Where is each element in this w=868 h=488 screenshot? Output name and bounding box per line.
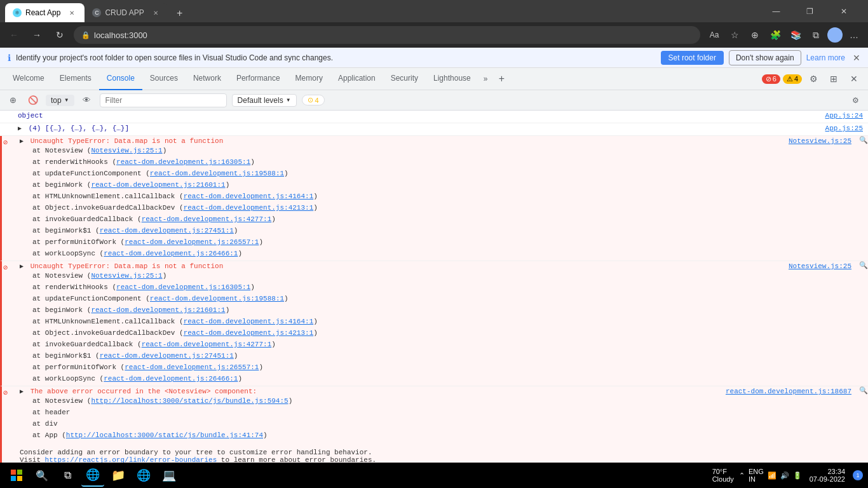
tab-performance[interactable]: Performance xyxy=(229,68,288,90)
trace-link[interactable]: react-dom.development.js:21601:1 xyxy=(91,181,225,189)
source-link[interactable]: App.js:24 xyxy=(820,111,868,121)
profile-avatar[interactable] xyxy=(827,27,843,43)
notification-button[interactable]: 1 xyxy=(853,470,863,480)
extensions-button[interactable]: 🧩 xyxy=(766,26,784,44)
warn-count-badge[interactable]: ⚠ 4 xyxy=(783,74,802,84)
address-bar[interactable]: 🔒 localhost:3000 xyxy=(74,26,700,44)
error-advice: Consider adding an error boundary to you… xyxy=(20,449,376,463)
console-clear-button[interactable]: 🚫 xyxy=(25,93,41,108)
taskbar-task-view[interactable]: ⧉ xyxy=(56,464,79,487)
trace-link[interactable]: react-dom.development.js:4277:1 xyxy=(142,215,272,223)
favorites-button[interactable]: ☆ xyxy=(726,26,743,44)
tab-memory[interactable]: Memory xyxy=(288,68,330,90)
trace-link[interactable]: react-dom.development.js:27451:1 xyxy=(100,227,234,234)
source-link[interactable]: Notesview.js:25 xyxy=(783,136,857,146)
trace-link[interactable]: react-dom.development.js:16305:1 xyxy=(116,158,250,166)
trace-link[interactable]: react-dom.development.js:4164:1 xyxy=(184,318,314,325)
error-doc-link[interactable]: https://reactjs.org/link/error-boundarie… xyxy=(45,456,217,463)
issues-badge[interactable]: ⊙ 4 xyxy=(302,95,325,105)
start-button[interactable] xyxy=(5,464,28,487)
expand-icon[interactable]: ▶ xyxy=(20,137,24,145)
taskbar-edge-icon[interactable]: 🌐 xyxy=(81,464,104,487)
trace-link[interactable]: react-dom.development.js:26557:1 xyxy=(125,238,259,246)
tab-crud-app[interactable]: C CRUD APP ✕ xyxy=(85,3,168,22)
new-tab-button[interactable]: + xyxy=(171,4,189,22)
trace-link[interactable]: Notesview.js:25:1 xyxy=(91,147,162,154)
trace-link[interactable]: react-dom.development.js:4277:1 xyxy=(142,341,272,348)
context-selector[interactable]: top ▼ xyxy=(46,95,74,106)
tab-console[interactable]: Console xyxy=(99,68,142,90)
taskbar-search-button[interactable]: 🔍 xyxy=(31,464,53,487)
expand-icon[interactable]: ▶ xyxy=(20,388,24,395)
devtools-close-button[interactable]: ✕ xyxy=(845,70,863,88)
tab-application[interactable]: Application xyxy=(330,68,383,90)
tab-close-react[interactable]: ✕ xyxy=(67,8,77,18)
tab-sources[interactable]: Sources xyxy=(142,68,186,90)
level-label: Default levels xyxy=(238,96,283,105)
set-root-folder-button[interactable]: Set root folder xyxy=(661,51,724,65)
log-level-selector[interactable]: Default levels ▼ xyxy=(232,94,297,107)
trace-link[interactable]: react-dom.development.js:19588:1 xyxy=(150,295,284,302)
tab-lighthouse[interactable]: Lighthouse xyxy=(426,68,478,90)
error-count-badge[interactable]: ⊘ 6 xyxy=(762,74,780,84)
source-link[interactable]: react-dom.development.js:18687 xyxy=(721,386,857,396)
tab-network[interactable]: Network xyxy=(186,68,229,90)
collections-button[interactable]: 📚 xyxy=(787,26,804,44)
tab-elements[interactable]: Elements xyxy=(52,68,99,90)
dont-show-again-button[interactable]: Don't show again xyxy=(729,50,801,65)
trace-link[interactable]: react-dom.development.js:26466:1 xyxy=(104,250,238,257)
source-link[interactable]: Notesview.js:25 xyxy=(783,261,857,271)
tray-up-icon[interactable]: ⌃ xyxy=(739,471,745,480)
maximize-button[interactable]: ❐ xyxy=(796,0,824,22)
split-button[interactable]: ⧉ xyxy=(807,26,825,44)
tab-security[interactable]: Security xyxy=(383,68,426,90)
trace-link[interactable]: http://localhost:3000/static/js/bundle.j… xyxy=(91,397,288,405)
search-icon[interactable]: 🔍 xyxy=(859,261,868,269)
reload-button[interactable]: ↻ xyxy=(51,26,69,44)
taskbar-store-icon[interactable]: 🛍 xyxy=(183,464,206,487)
settings-menu-button[interactable]: … xyxy=(845,26,863,44)
learn-more-link[interactable]: Learn more xyxy=(806,53,845,62)
search-icon[interactable]: 🔍 xyxy=(859,136,868,144)
trace-link[interactable]: react-dom.development.js:27451:1 xyxy=(100,352,234,360)
tab-close-crud[interactable]: ✕ xyxy=(151,8,161,18)
add-tab-button[interactable]: + xyxy=(492,70,510,88)
console-settings-button[interactable]: ⚙ xyxy=(848,93,863,108)
trace-link[interactable]: react-dom.development.js:16305:1 xyxy=(116,283,250,291)
trace-link[interactable]: react-dom.development.js:4164:1 xyxy=(184,193,314,200)
trace-link[interactable]: http://localhost:3000/static/js/bundle.j… xyxy=(66,431,263,439)
console-filter-input[interactable] xyxy=(100,93,227,107)
trace-link[interactable]: Notesview.js:25:1 xyxy=(91,272,162,280)
devtools-dock-button[interactable]: ⊞ xyxy=(825,70,843,88)
expand-icon[interactable]: ▶ xyxy=(18,125,22,132)
trace-link[interactable]: react-dom.development.js:4213:1 xyxy=(184,329,314,337)
browser-add-button[interactable]: ⊕ xyxy=(746,26,764,44)
tab-welcome[interactable]: Welcome xyxy=(5,68,52,90)
minimize-button[interactable]: — xyxy=(762,0,790,22)
error-message: Uncaught TypeError: Data.map is not a fu… xyxy=(31,137,224,145)
search-icon[interactable]: 🔍 xyxy=(859,386,868,395)
info-text: Identify your project's root folder to o… xyxy=(16,53,656,62)
tab-react-app[interactable]: ⚛ React App ✕ xyxy=(5,3,85,22)
source-link[interactable]: App.js:25 xyxy=(820,123,868,133)
trace-link[interactable]: react-dom.development.js:19588:1 xyxy=(150,170,284,177)
expand-icon[interactable]: ▶ xyxy=(20,262,24,270)
back-button[interactable]: ← xyxy=(5,26,23,44)
close-button[interactable]: ✕ xyxy=(829,0,858,22)
read-mode-button[interactable]: Aa xyxy=(705,26,723,44)
console-eye-button[interactable]: 👁 xyxy=(79,93,95,108)
trace-link[interactable]: react-dom.development.js:26557:1 xyxy=(125,363,259,371)
devtools-settings-button[interactable]: ⚙ xyxy=(804,70,822,88)
console-create-issue-button[interactable]: ⊕ xyxy=(5,93,20,108)
info-bar-close-button[interactable]: ✕ xyxy=(853,53,860,63)
info-icon: ℹ xyxy=(8,53,11,63)
taskbar-chrome-icon[interactable]: 🌐 xyxy=(132,464,155,487)
more-tabs-button[interactable]: » xyxy=(478,74,493,83)
trace-link[interactable]: react-dom.development.js:21601:1 xyxy=(91,306,225,314)
taskbar-vscode-icon[interactable]: 💻 xyxy=(158,464,180,487)
trace-link[interactable]: react-dom.development.js:4213:1 xyxy=(184,204,314,212)
clock[interactable]: 23:34 07-09-2022 xyxy=(807,468,848,483)
trace-link[interactable]: react-dom.development.js:26466:1 xyxy=(104,375,238,383)
forward-button[interactable]: → xyxy=(28,26,46,44)
taskbar-explorer-icon[interactable]: 📁 xyxy=(107,464,130,487)
